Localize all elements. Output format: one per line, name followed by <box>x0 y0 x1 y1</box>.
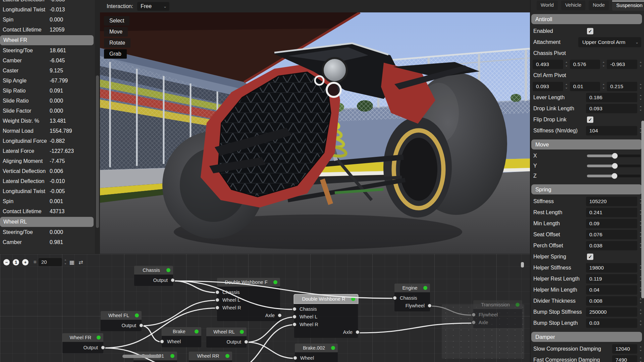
port-socket[interactable] <box>215 305 220 310</box>
scrollbar-thumb[interactable] <box>96 75 99 228</box>
tool-rotate-button[interactable]: Rotate <box>104 38 130 48</box>
overlay-toggle-icon[interactable]: ▦ <box>69 259 74 265</box>
number-input-slow-compression-damping[interactable]: 12040 <box>612 344 637 354</box>
number-input-perch-offset[interactable]: 0.038 <box>586 241 637 250</box>
number-input-rest-length[interactable]: 0.241 <box>586 208 637 217</box>
tool-move-button[interactable]: Move <box>104 27 128 37</box>
slider-y[interactable] <box>587 165 641 167</box>
telemetry-value: -7.475 <box>50 158 65 164</box>
section-header-damper[interactable]: Damper <box>531 332 642 342</box>
number-input-drop-link-length[interactable]: 0.093 <box>586 104 637 113</box>
port-socket[interactable] <box>101 345 105 350</box>
stepper-arrows[interactable]: ⌃⌄ <box>639 96 643 100</box>
stepper-arrows[interactable]: ⌃⌄ <box>639 62 643 66</box>
slider-thumb[interactable] <box>612 153 618 159</box>
port-socket[interactable] <box>292 314 297 319</box>
stepper-arrows[interactable]: ⌃⌄ <box>639 84 643 88</box>
tab-world[interactable]: World <box>537 1 558 10</box>
tab-node[interactable]: Node <box>589 1 609 10</box>
port-socket[interactable] <box>292 307 297 311</box>
zoom-out-button[interactable]: − <box>3 259 10 265</box>
stepper-arrows[interactable]: ⌃⌄ <box>639 310 643 314</box>
property-row: Enabled✓ <box>531 25 644 37</box>
number-input-helper-min-length[interactable]: 0.04 <box>586 285 637 295</box>
port-socket[interactable] <box>292 322 297 327</box>
vector-component-input[interactable]: 0.215 <box>607 82 637 91</box>
slider-thumb[interactable] <box>611 173 617 179</box>
stepper-arrows[interactable]: ⌃⌄ <box>601 62 605 66</box>
number-input-stiffness-nm-deg-[interactable]: 104 <box>586 126 637 135</box>
stepper-arrows[interactable]: ⌃⌄ <box>639 347 643 351</box>
port-socket[interactable] <box>170 278 175 283</box>
number-input-lever-length[interactable]: 0.186 <box>586 93 637 102</box>
checkbox-helper-spring[interactable]: ✓ <box>587 253 593 260</box>
stepper-arrows[interactable]: ⌃⌄ <box>601 84 605 88</box>
slider-z[interactable] <box>587 175 641 177</box>
port-socket[interactable] <box>160 339 164 344</box>
snap-size-input[interactable]: 20 <box>39 258 62 266</box>
stepper-arrows[interactable]: ⌃⌄ <box>565 62 569 66</box>
telemetry-label: Slide Ratio <box>3 98 50 104</box>
interaction-mode-select[interactable]: Free ⌄ <box>137 2 169 11</box>
zoom-reset-button[interactable]: 1 <box>13 259 19 265</box>
number-input-helper-stiffness[interactable]: 19800 <box>586 263 637 273</box>
number-input-stiffness[interactable]: 105220 <box>586 197 637 206</box>
port-socket[interactable] <box>392 296 397 300</box>
vector-component-input[interactable]: 0.576 <box>570 60 600 69</box>
zoom-in-button[interactable]: + <box>22 259 29 265</box>
slider-x[interactable] <box>587 155 641 157</box>
property-label: X <box>533 153 537 159</box>
node-editor[interactable]: ChassisOutputDouble Wishbone FChassisWhe… <box>0 254 530 362</box>
number-input-divider-thickness[interactable]: 0.008 <box>586 296 637 306</box>
port-socket[interactable] <box>215 290 220 295</box>
vector-component-input[interactable]: 0.01 <box>570 82 600 91</box>
stepper-arrows[interactable]: ⌃⌄ <box>639 358 643 362</box>
3d-viewport[interactable]: Interaction: Free ⌄ SelectMoveRotateGrab <box>100 0 530 254</box>
number-input-helper-rest-length[interactable]: 0.119 <box>586 274 637 284</box>
tool-select-button[interactable]: Select <box>104 16 129 25</box>
port-socket[interactable] <box>355 330 360 335</box>
checkbox-flip-drop-link[interactable]: ✓ <box>587 116 593 123</box>
tool-grab-button[interactable]: Grab <box>104 49 127 59</box>
property-label: Z <box>533 173 537 179</box>
dropdown-attachment[interactable]: Upper Control Arm⌄ <box>578 37 641 47</box>
section-header-move[interactable]: Move <box>531 139 642 149</box>
tab-vehicle[interactable]: Vehicle <box>561 1 585 10</box>
link-visibility-icon[interactable]: ⇄ <box>78 259 83 265</box>
snap-grid-icon[interactable]: ⌗ <box>34 259 37 265</box>
stepper-arrows[interactable]: ⌃⌄ <box>63 260 67 264</box>
node-editor-hscrollbar[interactable] <box>122 355 161 358</box>
number-input-fast-compression-damping[interactable]: 7490 <box>612 355 637 362</box>
vector-component-input[interactable]: 0.093 <box>533 82 563 91</box>
stepper-arrows[interactable]: ⌃⌄ <box>639 321 643 325</box>
inspector-scrollbar[interactable] <box>641 121 644 298</box>
port-socket[interactable] <box>244 340 249 344</box>
gold-rim-wheel <box>383 117 452 218</box>
vector-component-input[interactable]: 0.493 <box>533 60 563 69</box>
number-input-bump-stop-stiffness[interactable]: 250000 <box>586 307 637 317</box>
number-input-bump-stop-length[interactable]: 0.03 <box>586 318 637 328</box>
property-row: Stiffness105220⌃⌄ <box>531 196 644 207</box>
telemetry-value: -67.799 <box>50 78 68 84</box>
stepper-arrows[interactable]: ⌃⌄ <box>639 299 643 303</box>
port-socket[interactable] <box>427 303 432 308</box>
port-socket[interactable] <box>277 313 282 318</box>
telemetry-scrollbar[interactable] <box>95 0 100 254</box>
checkbox-enabled[interactable]: ✓ <box>587 28 593 34</box>
port-socket[interactable] <box>215 298 220 302</box>
section-header-spring[interactable]: Spring <box>531 184 642 194</box>
stepper-arrows[interactable]: ⌃⌄ <box>565 84 569 88</box>
port-socket[interactable] <box>293 356 298 360</box>
node-editor-vscrollbar[interactable] <box>521 262 524 267</box>
scene-render <box>100 12 530 254</box>
node-edge <box>141 300 217 326</box>
number-input-seat-offset[interactable]: 0.076 <box>586 230 637 239</box>
slider-thumb[interactable] <box>612 163 618 169</box>
port-socket[interactable] <box>139 323 144 328</box>
vector-component-input[interactable]: -0.963 <box>607 60 637 69</box>
telemetry-label: Vertical Deflection <box>3 168 50 174</box>
stepper-arrows[interactable]: ⌃⌄ <box>639 107 643 111</box>
section-header-antiroll[interactable]: Antiroll <box>531 14 642 24</box>
number-input-min-length[interactable]: 0.09 <box>586 219 637 228</box>
tab-suspension[interactable]: Suspension <box>612 1 644 11</box>
